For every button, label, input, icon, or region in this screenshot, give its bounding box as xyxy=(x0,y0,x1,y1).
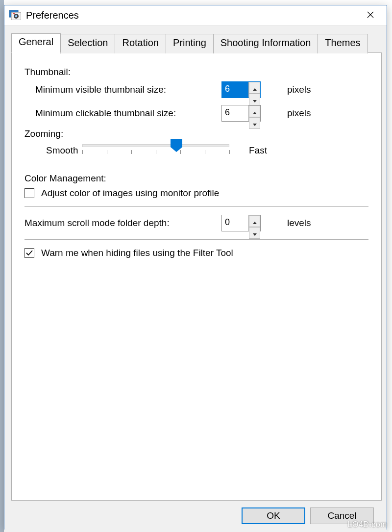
color-mgmt-heading: Color Management: xyxy=(24,173,368,184)
checkbox-box xyxy=(24,248,34,258)
spinner-buttons xyxy=(248,215,260,231)
tab-shooting-information[interactable]: Shooting Information xyxy=(213,34,318,53)
tab-label: Themes xyxy=(325,37,360,48)
spinner-down[interactable] xyxy=(249,94,260,105)
tab-strip: General Selection Rotation Printing Shoo… xyxy=(11,33,382,53)
min-clickable-row: Minimum clickable thumbnail size: 6 pixe… xyxy=(24,105,368,122)
chevron-down-icon xyxy=(253,94,257,105)
dialog-body: General Selection Rotation Printing Shoo… xyxy=(4,25,387,532)
min-visible-row: Minimum visible thumbnail size: 6 pixels xyxy=(24,81,368,98)
chevron-down-icon xyxy=(253,118,257,128)
app-icon xyxy=(9,10,21,20)
spinner-buttons xyxy=(248,82,260,98)
scroll-depth-row: Maximum scroll mode folder depth: 0 leve… xyxy=(14,215,368,231)
button-bar: OK Cancel xyxy=(11,501,382,532)
min-clickable-spinner[interactable]: 6 xyxy=(221,105,261,122)
color-profile-checkbox[interactable]: Adjust color of images using monitor pro… xyxy=(24,188,368,199)
svg-point-3 xyxy=(15,15,17,17)
slider-ticks xyxy=(82,150,229,157)
spinner-up[interactable] xyxy=(249,215,260,227)
window-title: Preferences xyxy=(26,10,79,21)
tab-printing[interactable]: Printing xyxy=(166,34,214,53)
warn-label: Warn me when hiding files using the Filt… xyxy=(41,248,233,258)
spinner-up[interactable] xyxy=(249,105,260,117)
spinner-buttons xyxy=(248,105,260,121)
button-label: Cancel xyxy=(327,510,356,521)
zoom-slider-row: Smooth Fast xyxy=(24,144,368,157)
scroll-depth-unit: levels xyxy=(287,218,311,228)
chevron-up-icon xyxy=(253,82,257,93)
separator xyxy=(24,165,368,165)
chevron-down-icon xyxy=(253,228,257,238)
zoom-slider[interactable] xyxy=(82,144,229,157)
tab-general[interactable]: General xyxy=(11,33,61,53)
tab-panel-general: Thumbnail: Minimum visible thumbnail siz… xyxy=(11,52,382,501)
tab-selection[interactable]: Selection xyxy=(60,34,115,53)
warn-checkbox[interactable]: Warn me when hiding files using the Filt… xyxy=(24,248,368,258)
tab-label: General xyxy=(19,36,53,47)
slider-track xyxy=(82,144,229,147)
spinner-up[interactable] xyxy=(249,82,260,94)
checkbox-box xyxy=(24,188,34,198)
min-visible-value[interactable]: 6 xyxy=(222,82,248,98)
min-visible-spinner[interactable]: 6 xyxy=(221,81,261,98)
color-profile-label: Adjust color of images using monitor pro… xyxy=(41,188,219,199)
tab-themes[interactable]: Themes xyxy=(318,34,368,53)
tab-label: Selection xyxy=(68,37,108,48)
chevron-up-icon xyxy=(253,216,257,227)
min-visible-unit: pixels xyxy=(287,84,311,95)
scroll-depth-spinner[interactable]: 0 xyxy=(221,215,261,231)
spinner-down[interactable] xyxy=(249,117,260,129)
zoom-smooth-label: Smooth xyxy=(24,145,77,156)
min-clickable-label: Minimum clickable thumbnail size: xyxy=(35,108,221,119)
close-button[interactable] xyxy=(357,5,384,25)
min-clickable-unit: pixels xyxy=(287,108,311,119)
zooming-heading: Zooming: xyxy=(24,128,368,139)
tab-label: Printing xyxy=(173,37,206,48)
ok-button[interactable]: OK xyxy=(242,507,305,524)
thumbnail-heading: Thumbnail: xyxy=(24,67,368,77)
tab-label: Shooting Information xyxy=(220,37,311,48)
watermark: LO4D.com xyxy=(348,520,387,529)
scroll-depth-label: Maximum scroll mode folder depth: xyxy=(24,218,221,228)
svg-rect-4 xyxy=(13,13,15,14)
separator xyxy=(24,239,368,240)
chevron-up-icon xyxy=(253,106,257,117)
zoom-fast-label: Fast xyxy=(234,145,267,156)
separator xyxy=(24,206,368,207)
min-clickable-value[interactable]: 6 xyxy=(222,105,248,121)
titlebar: Preferences xyxy=(4,5,387,25)
spinner-down[interactable] xyxy=(249,227,260,239)
scroll-depth-value[interactable]: 0 xyxy=(222,215,248,231)
tab-label: Rotation xyxy=(122,37,159,48)
close-icon xyxy=(367,10,374,21)
tab-rotation[interactable]: Rotation xyxy=(115,34,166,53)
preferences-dialog: Preferences General Selection Rotation P… xyxy=(4,5,387,530)
min-visible-label: Minimum visible thumbnail size: xyxy=(35,84,221,95)
button-label: OK xyxy=(267,510,280,521)
